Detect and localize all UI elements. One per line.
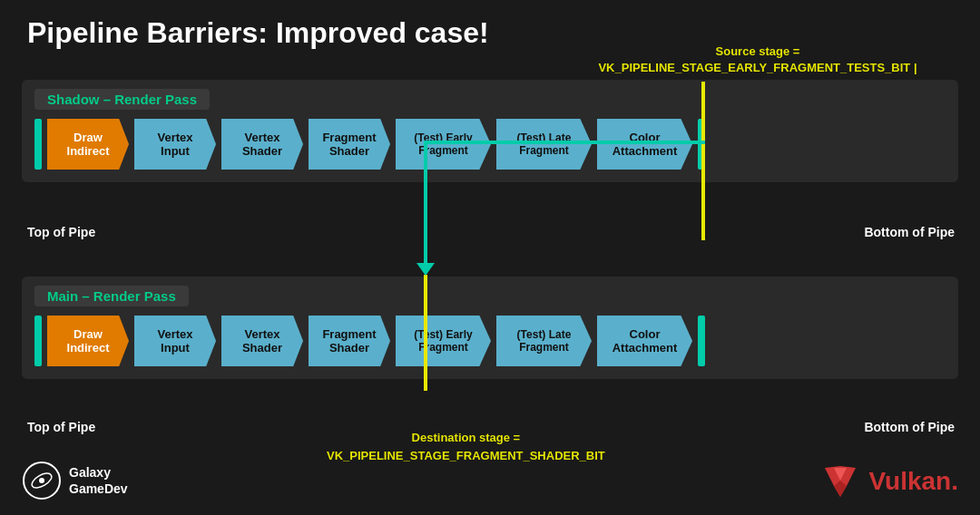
main-stage-vertex-input: VertexInput xyxy=(134,316,216,366)
main-top-of-pipe: Top of Pipe xyxy=(27,420,95,434)
main-stages-row: DrawIndirect VertexInput VertexShader Fr… xyxy=(34,316,946,366)
vulkan-icon xyxy=(818,459,863,504)
barrier-horizontal-top xyxy=(424,141,705,144)
shadow-stage-color-attachment: ColorAttachment xyxy=(597,119,692,170)
main-stage-fragment-shader: FragmentShader xyxy=(309,316,390,366)
shadow-stage-vertex-input: VertexInput xyxy=(134,119,216,170)
barrier-arrow-head xyxy=(416,263,435,276)
shadow-bottom-of-pipe: Bottom of Pipe xyxy=(864,225,955,239)
main-render-pass: Main – Render Pass DrawIndirect VertexIn… xyxy=(22,277,958,379)
source-stage-indicator xyxy=(701,82,705,240)
dest-stage-text: Destination stage =VK_PIPELINE_STAGE_FRA… xyxy=(327,431,605,462)
galaxy-text: GalaxyGameDev xyxy=(69,464,128,497)
shadow-render-pass: Shadow – Render Pass DrawIndirect Vertex… xyxy=(22,80,958,182)
galaxy-gamedev-logo: GalaxyGameDev xyxy=(22,461,128,500)
dest-stage-label: Destination stage =VK_PIPELINE_STAGE_FRA… xyxy=(327,429,605,464)
barrier-vertical-line xyxy=(424,141,427,267)
vulkan-text: Vulkan. xyxy=(868,467,958,496)
main-pass-label: Main – Render Pass xyxy=(34,286,189,306)
main-bottom-of-pipe: Bottom of Pipe xyxy=(864,420,955,434)
shadow-left-bar xyxy=(34,119,42,170)
main-stage-draw-indirect: DrawIndirect xyxy=(47,316,129,366)
main-stage-vertex-shader: VertexShader xyxy=(221,316,303,366)
main-right-bar xyxy=(698,316,705,366)
svg-point-2 xyxy=(39,478,44,483)
shadow-stage-test-late: (Test) LateFragment xyxy=(496,119,592,170)
shadow-pass-label: Shadow – Render Pass xyxy=(34,89,210,110)
shadow-stages-row: DrawIndirect VertexInput VertexShader Fr… xyxy=(34,119,946,170)
dest-stage-indicator xyxy=(424,275,427,391)
galaxy-icon xyxy=(22,461,62,500)
vulkan-logo: Vulkan. xyxy=(818,459,958,504)
main-stage-test-late: (Test) LateFragment xyxy=(496,316,592,366)
shadow-stage-draw-indirect: DrawIndirect xyxy=(47,119,129,170)
shadow-top-of-pipe: Top of Pipe xyxy=(27,225,95,239)
main-stage-test-early: (Test) EarlyFragment xyxy=(396,316,491,366)
shadow-stage-vertex-shader: VertexShader xyxy=(221,119,303,170)
shadow-stage-fragment-shader: FragmentShader xyxy=(309,119,390,170)
shadow-stage-test-early: (Test) EarlyFragment xyxy=(396,119,491,170)
main-left-bar xyxy=(34,316,42,366)
main-stage-color-attachment: ColorAttachment xyxy=(597,316,692,366)
